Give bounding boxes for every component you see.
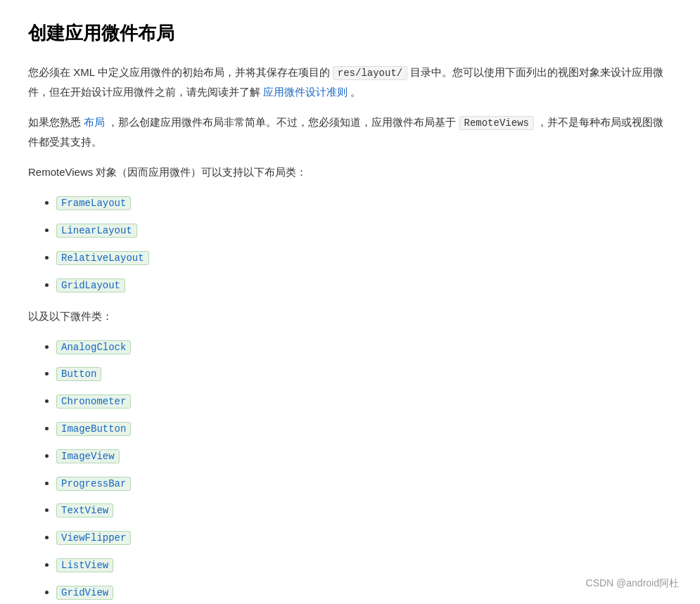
- list-item: AnalogClock: [56, 337, 672, 357]
- intro-paragraph-2: 如果您熟悉 布局 ，那么创建应用微件布局非常简单。不过，您必须知道，应用微件布局…: [28, 113, 672, 151]
- para1-text-1: 您必须在 XML 中定义应用微件的初始布局，并将其保存在项目的: [28, 66, 330, 78]
- linearlayout-link[interactable]: LinearLayout: [56, 224, 137, 238]
- design-guidelines-link[interactable]: 应用微件设计准则: [263, 86, 348, 98]
- list-item: RelativeLayout: [56, 248, 672, 268]
- button-link[interactable]: Button: [56, 367, 101, 381]
- widget-items-list: AnalogClock Button Chronometer ImageButt…: [56, 337, 672, 604]
- page-title: 创建应用微件布局: [28, 21, 672, 46]
- gridlayout-link[interactable]: GridLayout: [56, 278, 125, 293]
- list-item: FrameLayout: [56, 193, 672, 213]
- layout-classes-intro: RemoteViews 对象（因而应用微件）可以支持以下布局类：: [28, 162, 672, 181]
- gridview-link[interactable]: GridView: [56, 586, 113, 600]
- relativelayout-link[interactable]: RelativeLayout: [56, 251, 149, 265]
- list-item: GridView: [56, 582, 672, 603]
- list-item: ProgressBar: [56, 473, 672, 494]
- progressbar-link[interactable]: ProgressBar: [56, 477, 131, 491]
- list-item: LinearLayout: [56, 220, 672, 240]
- para1-end: 。: [350, 86, 361, 98]
- list-item: Chronometer: [56, 391, 672, 411]
- list-item: ImageView: [56, 446, 672, 466]
- list-item: ViewFlipper: [56, 527, 672, 548]
- imageview-link[interactable]: ImageView: [56, 449, 120, 463]
- listview-link[interactable]: ListView: [56, 558, 113, 572]
- footer-credit: CSDN @android阿杜: [586, 577, 679, 590]
- list-item: ImageButton: [56, 418, 672, 439]
- list-item: ListView: [56, 555, 672, 575]
- remoteviews-code: RemoteViews: [459, 116, 534, 130]
- list-item: TextView: [56, 500, 672, 520]
- imagebutton-link[interactable]: ImageButton: [56, 422, 131, 436]
- list-item: Button: [56, 364, 672, 384]
- viewflipper-link[interactable]: ViewFlipper: [56, 531, 131, 545]
- chronometer-link[interactable]: Chronometer: [56, 394, 131, 409]
- layout-link[interactable]: 布局: [84, 116, 105, 128]
- intro-paragraph-1: 您必须在 XML 中定义应用微件的初始布局，并将其保存在项目的 res/layo…: [28, 63, 672, 101]
- para2-text-1: 如果您熟悉: [28, 116, 81, 128]
- para2-text-2: ，那么创建应用微件布局非常简单。不过，您必须知道，应用微件布局基于: [108, 116, 456, 128]
- framelayout-link[interactable]: FrameLayout: [56, 196, 131, 210]
- list-item: GridLayout: [56, 275, 672, 295]
- analogclock-link[interactable]: AnalogClock: [56, 340, 131, 354]
- res-layout-code: res/layout/: [333, 66, 407, 80]
- textview-link[interactable]: TextView: [56, 503, 113, 518]
- widget-classes-intro: 以及以下微件类：: [28, 307, 672, 326]
- layout-items-list: FrameLayout LinearLayout RelativeLayout …: [56, 193, 672, 295]
